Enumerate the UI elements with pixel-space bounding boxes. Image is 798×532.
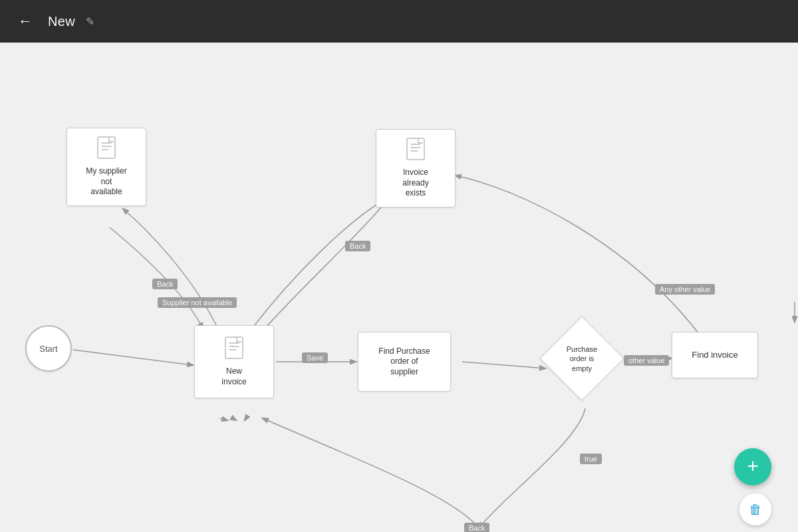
document-icon-2 <box>406 138 425 162</box>
start-circle[interactable]: Start <box>25 325 72 372</box>
svg-rect-1 <box>98 137 115 158</box>
my-supplier-node[interactable]: My suppliernotavailable <box>66 128 146 206</box>
add-fab-button[interactable]: + <box>734 448 771 485</box>
po-empty-node[interactable]: Purchaseorder isempty <box>545 322 618 395</box>
find-invoice-node[interactable]: Find invoice <box>672 332 758 378</box>
flow-canvas: Start My suppliernotavailable Invoicealr… <box>0 43 798 532</box>
find-po-node[interactable]: Find Purchaseorder ofsupplier <box>358 332 451 392</box>
svg-rect-2 <box>407 138 424 160</box>
back1-label: Back <box>152 279 178 289</box>
start-node[interactable]: Start <box>25 325 72 372</box>
true-label: true <box>580 454 602 464</box>
back-button[interactable]: ← <box>13 9 37 33</box>
save-label: Save <box>302 352 328 363</box>
trash-icon: 🗑 <box>749 502 762 517</box>
invoice-exists-node[interactable]: Invoicealreadyexists <box>376 129 456 207</box>
other-value-label: other value <box>624 355 669 366</box>
supplier-not-available-label: Supplier not available <box>158 297 237 308</box>
page-title: New <box>48 14 75 29</box>
app-header: ← New ✎ <box>0 0 798 43</box>
document-icon-3 <box>225 336 243 361</box>
edit-icon[interactable]: ✎ <box>86 15 94 28</box>
new-invoice-node[interactable]: Newinvoice <box>194 325 274 398</box>
back2-label: Back <box>345 241 370 251</box>
any-other-value-label: Any other value <box>655 284 715 295</box>
document-icon <box>97 136 116 161</box>
back3-label: Back <box>464 523 489 532</box>
svg-rect-3 <box>225 337 243 358</box>
delete-fab-button[interactable]: 🗑 <box>739 493 771 525</box>
